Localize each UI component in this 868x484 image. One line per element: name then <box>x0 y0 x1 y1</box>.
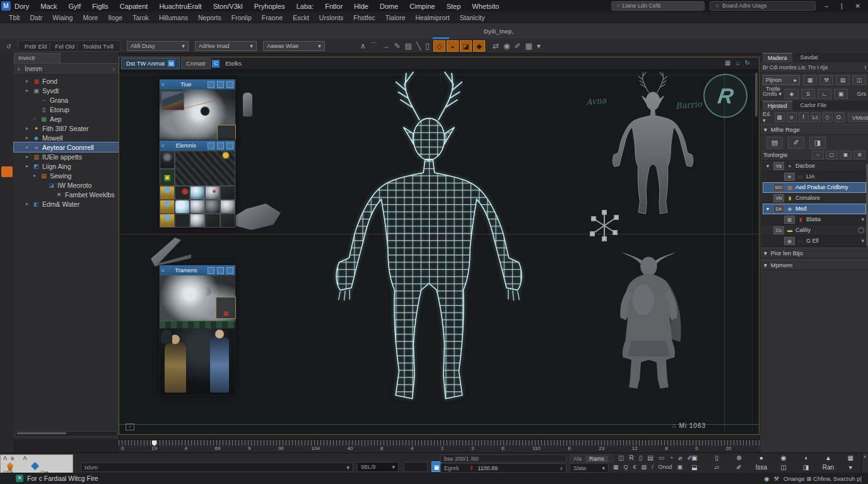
palette-close-icon[interactable] <box>226 267 233 274</box>
palette-close-icon[interactable] <box>226 81 233 88</box>
tool-icon[interactable]: ▤ <box>405 42 412 50</box>
rail-tool-icon[interactable] <box>1 166 13 177</box>
viewport-option-icon[interactable]: ▦ <box>725 59 730 66</box>
rail-tool-icon[interactable] <box>1 139 13 149</box>
header-mini-button[interactable]: ○ <box>812 151 824 159</box>
timeline-ruler[interactable]: 019469990104408413E110E2312802030 <box>119 439 767 454</box>
option-icon-button[interactable]: ▣ <box>834 89 848 99</box>
option-icon-button[interactable]: S <box>801 89 815 99</box>
palette-pin-icon[interactable] <box>217 81 224 88</box>
snap-toggle-button[interactable]: ◆ <box>473 40 485 52</box>
material-thumbnail[interactable] <box>175 186 190 200</box>
menu-item[interactable]: Dory <box>15 3 29 10</box>
element-thumb-material-icon[interactable]: ▣ <box>160 169 175 186</box>
tab-add-icon[interactable]: C <box>212 60 220 67</box>
tool-icon[interactable]: ⇄ <box>493 42 499 50</box>
stack-row[interactable]: VN ▮ Cnmalore <box>763 193 866 204</box>
tool-icon[interactable]: ∧ <box>360 42 366 50</box>
preview-mini-thumbnail[interactable] <box>161 91 184 110</box>
explorer-tab[interactable]: Invectr <box>14 53 61 63</box>
option-icon-button[interactable]: ◈ <box>785 89 799 99</box>
rail-tool-icon[interactable] <box>1 208 13 219</box>
tree-item[interactable]: ▸ ◧ Edm& Water <box>14 199 119 209</box>
rail-tool-icon[interactable] <box>1 111 13 122</box>
expand-icon[interactable]: ▾ <box>765 163 771 169</box>
anim-tool-icon[interactable]: € <box>633 464 636 470</box>
menu-item[interactable]: Fhstfec <box>353 14 375 21</box>
modifier-dropdown[interactable]: Pijnon Tretle ▸ <box>763 75 800 85</box>
anim-tool-icon[interactable]: Onod <box>659 464 672 470</box>
material-thumbnail[interactable] <box>190 200 205 214</box>
tree-item[interactable]: ▸ ▥ IUEle appetts <box>14 152 119 161</box>
menu-item[interactable]: Fntlor <box>325 3 343 10</box>
material-thumbnail[interactable] <box>220 214 235 228</box>
tool-icon[interactable]: ✐ <box>514 42 520 50</box>
edit-icon-button[interactable]: f <box>799 112 809 122</box>
nav-grid-icon[interactable]: ◨ <box>795 463 817 472</box>
header-mini-button[interactable]: ▢ <box>826 151 838 159</box>
viewport-tab-active[interactable]: Dst TW Anmat ▤ <box>121 58 180 69</box>
wireframe-character[interactable] <box>316 67 542 433</box>
palette-minimize-icon[interactable] <box>208 267 214 274</box>
value-field[interactable]: Egnrk ‖ 1100.89 x <box>440 463 566 473</box>
tools-icon[interactable]: ⚒ <box>774 475 780 482</box>
expand-arrow-icon[interactable]: ▸ <box>24 88 30 93</box>
expand-arrow-icon[interactable]: ▸ <box>24 201 30 207</box>
expand-arrow-icon[interactable]: ▸ <box>24 125 30 131</box>
anim-tool-icon[interactable]: ▭ <box>659 454 664 461</box>
app-logo-icon[interactable]: M <box>1 1 11 11</box>
option-icon-button[interactable]: ∟ <box>818 89 831 99</box>
expand-arrow-icon[interactable]: ▸ <box>24 135 30 141</box>
tree-item[interactable]: ◪ IW Meoroto <box>14 180 119 190</box>
stack-row[interactable]: ▾ Vd ● Dacboe <box>763 161 866 171</box>
menu-item[interactable]: Esckt <box>293 14 309 21</box>
tree-item[interactable]: ▸ ▰ Aeytear Coonrrell <box>14 142 119 152</box>
tree-item[interactable]: ○ ▩ Aep <box>14 114 119 124</box>
sculpt-figure-reference[interactable] <box>601 70 705 229</box>
workspace-switcher[interactable]: ‹ Liane Ldn Celtt <box>611 1 705 11</box>
subtab-carlor-file[interactable]: Carlor File <box>795 101 832 110</box>
menu-item[interactable]: Figlls <box>92 3 108 10</box>
tab-madera[interactable]: Madera <box>763 53 792 62</box>
rail-tool-icon[interactable] <box>1 125 13 135</box>
menu-item[interactable]: Fraone <box>262 14 283 21</box>
tree-item[interactable]: ▸ ▦ Fond <box>14 76 119 86</box>
menu-item[interactable]: Iloge <box>108 14 122 21</box>
tool-icon[interactable]: ✎ <box>394 42 401 50</box>
tool-icon[interactable]: ╲ <box>416 42 421 50</box>
viewport-scrollbar[interactable] <box>755 72 758 117</box>
close-button[interactable]: ✕ <box>852 3 864 9</box>
globe-icon[interactable]: ◉ <box>764 475 769 482</box>
anim-tool-icon[interactable]: ◔ <box>669 454 673 461</box>
tree-item[interactable]: ▸ ◩ Liign Aing <box>14 161 119 171</box>
nav-grid-icon[interactable]: Issa <box>750 463 772 472</box>
edit-icon-button[interactable]: Lc <box>811 112 821 122</box>
minimize-button[interactable]: – <box>821 3 832 9</box>
scrollbar-thumb[interactable] <box>17 432 66 434</box>
nav-grid-icon[interactable]: ● <box>750 454 772 463</box>
small-weapon-object[interactable] <box>151 238 191 268</box>
expand-arrow-icon[interactable]: ▸ <box>24 163 30 169</box>
rail-tool-icon[interactable] <box>1 83 13 94</box>
rail-tool-icon[interactable] <box>1 153 13 163</box>
rail-tool-icon[interactable] <box>1 194 13 205</box>
small-figure-object[interactable] <box>243 93 252 117</box>
frame-number-spinner[interactable]: 9BL/9 ▾ <box>357 462 399 472</box>
back-icon[interactable]: ‹ <box>18 66 20 72</box>
viewport-tab-create[interactable]: Cnmatr <box>181 58 211 69</box>
element-thumb-figure[interactable] <box>160 151 175 169</box>
section-mpmem[interactable]: ▾ Mpmem <box>760 260 868 270</box>
expand-icon[interactable]: ▾ <box>765 206 771 212</box>
palette-pin-icon[interactable] <box>217 267 224 274</box>
nav-grid-icon[interactable]: ◉ <box>773 454 795 463</box>
nav-grid-icon[interactable]: ▯ <box>705 454 727 463</box>
tree-item[interactable]: ✕ Fambet Weeklbs <box>14 190 119 199</box>
nav-grid-icon[interactable]: ▱ <box>705 463 727 472</box>
ala-rams-dropdown[interactable]: Ala Rams <box>570 454 614 463</box>
horizontal-scrollbar[interactable] <box>15 431 117 437</box>
viewport-tab-etelks[interactable]: Etelks <box>221 59 246 69</box>
menu-item[interactable]: Mack <box>40 3 57 10</box>
snap-toggle-button[interactable]: ◪ <box>460 40 472 52</box>
search-box[interactable]: ○ Board Adre Uiags <box>710 1 816 11</box>
anim-tool-icon[interactable]: / <box>652 464 654 470</box>
